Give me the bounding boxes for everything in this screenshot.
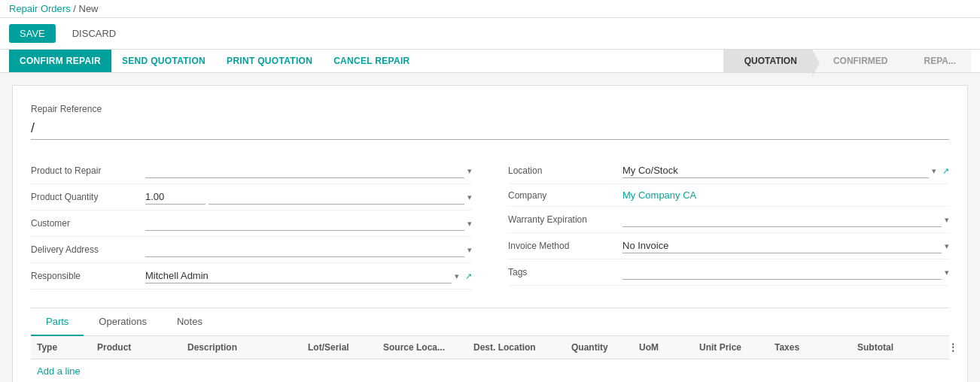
left-fields: Product to Repair ▾ Product Quantity ▾ C… [31, 158, 472, 290]
customer-value: ▾ [145, 216, 472, 231]
col-lot-serial: Lot/Serial [302, 342, 377, 353]
breadcrumb-separator: / [73, 3, 78, 14]
send-quotation-button[interactable]: SEND QUOTATION [111, 50, 216, 72]
tags-chevron-icon[interactable]: ▾ [945, 268, 949, 277]
repair-reference-input[interactable] [31, 117, 949, 140]
repair-reference-label: Repair Reference [31, 104, 949, 114]
product-quantity-value: ▾ [145, 189, 472, 205]
status-bar: QUOTATION CONFIRMED REPA... [723, 50, 971, 72]
right-fields: Location ▾ ↗ Company My Company CA Warra… [508, 158, 949, 290]
warranty-expiration-input[interactable] [622, 212, 942, 227]
customer-input[interactable] [145, 216, 464, 231]
product-to-repair-input[interactable] [145, 163, 464, 178]
warranty-expiration-value: ▾ [622, 212, 949, 227]
product-quantity-label: Product Quantity [31, 192, 136, 202]
col-options[interactable]: ⋮ [942, 342, 964, 353]
col-product: Product [91, 342, 181, 353]
invoice-method-input[interactable] [622, 238, 942, 253]
location-external-link-icon[interactable]: ↗ [942, 166, 949, 176]
tab-parts[interactable]: Parts [31, 308, 84, 336]
col-unit-price: Unit Price [693, 342, 768, 353]
company-label: Company [508, 190, 613, 201]
warranty-expiration-chevron-icon[interactable]: ▾ [945, 215, 949, 225]
col-source-loca: Source Loca... [377, 342, 467, 353]
tabs-header: Parts Operations Notes [31, 308, 949, 336]
repair-reference-section: Repair Reference [31, 104, 949, 140]
cancel-repair-button[interactable]: CANCEL REPAIR [323, 50, 420, 72]
tab-notes[interactable]: Notes [162, 308, 218, 336]
invoice-method-chevron-icon[interactable]: ▾ [945, 241, 949, 251]
tabs-container: Parts Operations Notes Type Product Desc… [31, 308, 949, 382]
delivery-address-chevron-icon[interactable]: ▾ [467, 245, 472, 255]
confirm-repair-button[interactable]: CONFIRM REPAIR [9, 50, 111, 72]
location-label: Location [508, 165, 613, 176]
delivery-address-group: Delivery Address ▾ [31, 237, 472, 263]
company-link[interactable]: My Company CA [622, 189, 696, 201]
col-description: Description [181, 342, 302, 353]
responsible-group: Responsible ▾ ↗ [31, 263, 472, 290]
breadcrumb-current: New [79, 3, 99, 14]
customer-group: Customer ▾ [31, 211, 472, 237]
tags-input[interactable] [622, 265, 942, 280]
responsible-label: Responsible [31, 271, 136, 281]
product-quantity-chevron-icon[interactable]: ▾ [467, 193, 472, 202]
save-button[interactable]: SAVE [9, 24, 56, 43]
toolbar: CONFIRM REPAIR SEND QUOTATION PRINT QUOT… [0, 50, 980, 73]
invoice-method-label: Invoice Method [508, 241, 613, 251]
tags-value: ▾ [622, 265, 949, 280]
delivery-address-input[interactable] [145, 242, 464, 257]
company-group: Company My Company CA [508, 184, 949, 207]
product-to-repair-chevron-icon[interactable]: ▾ [467, 166, 472, 176]
toolbar-actions: CONFIRM REPAIR SEND QUOTATION PRINT QUOT… [9, 50, 421, 72]
print-quotation-button[interactable]: PRINT QUOTATION [216, 50, 323, 72]
action-bar: SAVE DISCARD [0, 18, 980, 50]
col-subtotal: Subtotal [851, 342, 942, 353]
form-grid: Product to Repair ▾ Product Quantity ▾ C… [31, 158, 949, 290]
responsible-chevron-icon[interactable]: ▾ [455, 271, 459, 281]
delivery-address-value: ▾ [145, 242, 472, 257]
col-quantity: Quantity [565, 342, 633, 353]
col-uom: UoM [633, 342, 693, 353]
invoice-method-group: Invoice Method ▾ [508, 233, 949, 259]
responsible-input[interactable] [145, 268, 452, 283]
tags-label: Tags [508, 267, 613, 277]
customer-label: Customer [31, 218, 136, 229]
breadcrumb-bar: Repair Orders / New [0, 0, 980, 18]
add-line-button[interactable]: Add a line [31, 359, 949, 382]
product-to-repair-group: Product to Repair ▾ [31, 158, 472, 184]
location-chevron-icon[interactable]: ▾ [932, 166, 936, 176]
col-taxes: Taxes [768, 342, 851, 353]
status-step-confirmed: CONFIRMED [812, 50, 903, 72]
tab-operations[interactable]: Operations [84, 308, 162, 336]
customer-chevron-icon[interactable]: ▾ [467, 219, 472, 229]
table-header: Type Product Description Lot/Serial Sour… [31, 336, 949, 359]
location-input[interactable] [622, 163, 929, 178]
product-quantity-input[interactable] [145, 189, 205, 205]
breadcrumb: Repair Orders / New [9, 3, 99, 14]
col-type: Type [31, 342, 91, 353]
form-container: Repair Reference Product to Repair ▾ Pro… [12, 85, 968, 382]
status-step-quotation: QUOTATION [723, 50, 812, 72]
location-value: ▾ ↗ [622, 163, 949, 178]
table-container: Type Product Description Lot/Serial Sour… [31, 336, 949, 382]
invoice-method-value: ▾ [622, 238, 949, 253]
discard-button[interactable]: DISCARD [62, 24, 127, 43]
tags-group: Tags ▾ [508, 259, 949, 286]
warranty-expiration-label: Warranty Expiration [508, 214, 613, 225]
location-group: Location ▾ ↗ [508, 158, 949, 184]
product-to-repair-value: ▾ [145, 163, 472, 178]
product-to-repair-label: Product to Repair [31, 165, 136, 176]
status-step-repair: REPA... [903, 50, 971, 72]
warranty-expiration-group: Warranty Expiration ▾ [508, 207, 949, 233]
product-quantity-unit-input[interactable] [208, 189, 464, 205]
delivery-address-label: Delivery Address [31, 244, 136, 255]
product-quantity-group: Product Quantity ▾ [31, 184, 472, 211]
responsible-external-link-icon[interactable]: ↗ [465, 271, 472, 281]
breadcrumb-parent[interactable]: Repair Orders [9, 3, 71, 14]
responsible-value: ▾ ↗ [145, 268, 472, 283]
col-dest-location: Dest. Location [467, 342, 565, 353]
company-value: My Company CA [622, 189, 949, 201]
